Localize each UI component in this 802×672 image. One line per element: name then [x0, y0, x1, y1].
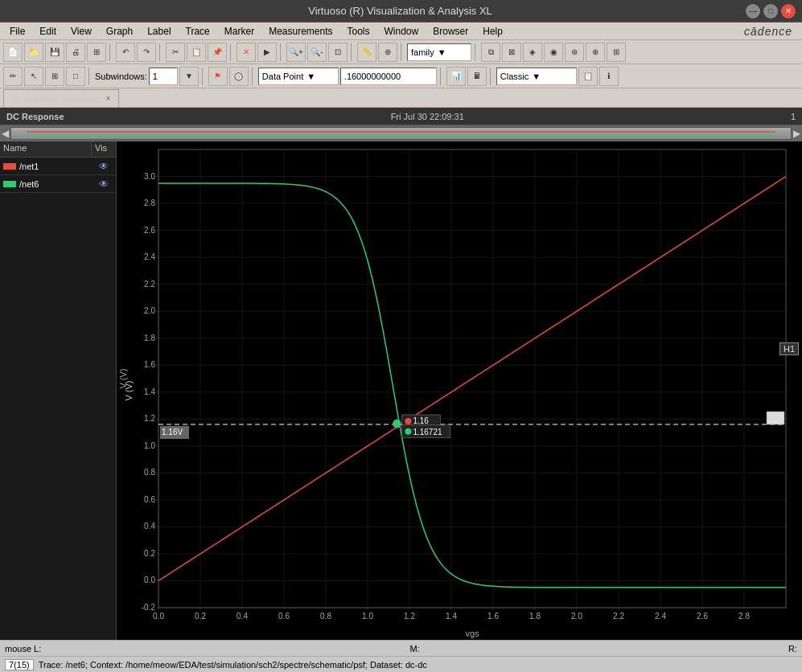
- status-bar-bottom: 7(15) Trace: /net6; Context: /home/meow/…: [0, 656, 802, 672]
- tb-extra4-btn[interactable]: ◉: [544, 43, 563, 62]
- tb-redo-btn[interactable]: ↷: [137, 43, 156, 62]
- nav-line-green: [27, 135, 775, 137]
- tb2-barchart-btn[interactable]: 📊: [446, 67, 466, 86]
- tb-undo-btn[interactable]: ↶: [116, 43, 135, 62]
- legend-eye-net6[interactable]: 👁: [92, 178, 116, 190]
- family-dropdown[interactable]: family ▼: [407, 43, 471, 61]
- classic-arrow: ▼: [532, 72, 541, 81]
- tb-zoom-fit-btn[interactable]: ⊡: [328, 43, 348, 62]
- menu-view[interactable]: View: [64, 24, 98, 39]
- classic-dropdown[interactable]: Classic ▼: [496, 68, 577, 85]
- panel-num: 1: [791, 112, 796, 121]
- tb2-circle-btn[interactable]: ◯: [229, 67, 249, 86]
- menu-label[interactable]: Label: [141, 24, 177, 39]
- tb2-info-btn[interactable]: ℹ: [599, 67, 619, 86]
- menu-tools[interactable]: Tools: [341, 24, 376, 39]
- menu-trace[interactable]: Trace: [179, 24, 216, 39]
- tb-open-btn[interactable]: 📁: [24, 43, 43, 62]
- datapoint-dropdown[interactable]: Data Point ▼: [258, 68, 339, 85]
- menu-help[interactable]: Help: [476, 24, 509, 39]
- tb2-calc-btn[interactable]: 🖩: [467, 67, 487, 86]
- panel-datetime: Fri Jul 30 22:09:31: [391, 112, 464, 121]
- tb-table-btn[interactable]: ⊞: [607, 43, 626, 62]
- mouse-left-label: mouse L:: [5, 644, 41, 654]
- chart-area[interactable]: V (V) H1 1.16 1.16721: [117, 141, 802, 640]
- tb-run-btn[interactable]: ▶: [257, 43, 277, 62]
- tb2-expand-btn[interactable]: ⊞: [45, 67, 64, 86]
- status-num-badge: 7(15): [5, 659, 34, 670]
- tab-close-btn[interactable]: ×: [106, 94, 111, 103]
- tb-extra5-btn[interactable]: ⊛: [565, 43, 584, 62]
- toolbar-1: 📄 📁 💾 🖨 ⊞ ↶ ↷ ✂ 📋 📌 ✕ ▶ 🔍+ 🔍- ⊡ 📏 ⊕ fami…: [0, 40, 802, 64]
- tab-label: test sch2 schematic: [23, 94, 101, 104]
- nav-thumb: [11, 128, 791, 139]
- tb2-flag-btn[interactable]: ⚑: [208, 67, 228, 86]
- tb2-copy2-btn[interactable]: 📋: [578, 67, 598, 86]
- sep8: [88, 68, 92, 85]
- title-controls: — □ ✕: [746, 4, 796, 18]
- status-bar-top: mouse L: M: R:: [0, 640, 802, 656]
- sep3: [230, 43, 233, 61]
- tb-cursor-btn[interactable]: ⊕: [378, 43, 397, 62]
- legend-name-net6: /net6: [19, 179, 92, 189]
- minimize-button[interactable]: —: [746, 4, 760, 18]
- classic-label: Classic: [500, 72, 528, 81]
- menu-marker[interactable]: Marker: [218, 24, 261, 39]
- tb-copy-btn[interactable]: 📋: [187, 43, 206, 62]
- subwindows-label: Subwindows:: [95, 72, 147, 81]
- tb2-cursor2-btn[interactable]: ↖: [24, 67, 43, 86]
- navigator: ◀ ▶: [0, 125, 802, 141]
- legend-col-vis-header: Vis: [92, 141, 116, 157]
- datapoint-label: Data Point: [262, 72, 303, 81]
- tab-schematic[interactable]: ⊡ test sch2 schematic ×: [3, 89, 119, 107]
- tb-paste-btn[interactable]: 📌: [208, 43, 227, 62]
- menu-measurements[interactable]: Measurements: [262, 24, 339, 39]
- tb-measure-btn[interactable]: 📏: [357, 43, 376, 62]
- value-input[interactable]: [340, 68, 437, 85]
- tb2-shrink-btn[interactable]: □: [66, 67, 85, 86]
- title-bar: Virtuoso (R) Visualization & Analysis XL…: [0, 0, 802, 23]
- close-button[interactable]: ✕: [781, 4, 796, 18]
- tb-grid-btn[interactable]: ⊞: [87, 43, 106, 62]
- tb-extra1-btn[interactable]: ⧉: [481, 43, 500, 62]
- tb-extra6-btn[interactable]: ⊕: [586, 43, 605, 62]
- sep11: [440, 68, 443, 85]
- sep10: [252, 68, 255, 85]
- legend-color-net1: [3, 163, 16, 170]
- tb-cut-btn[interactable]: ✂: [166, 43, 185, 62]
- family-label: family: [411, 47, 434, 57]
- legend-eye-net1[interactable]: 👁: [92, 161, 116, 172]
- tb-extra2-btn[interactable]: ⊠: [502, 43, 521, 62]
- nav-track[interactable]: [10, 127, 792, 140]
- sep9: [202, 68, 205, 85]
- mouse-right-label: R:: [788, 644, 797, 654]
- maximize-button[interactable]: □: [763, 4, 778, 18]
- chart-canvas: [117, 141, 802, 640]
- y-axis-label: V (V): [124, 380, 134, 400]
- menu-edit[interactable]: Edit: [33, 24, 63, 39]
- menu-file[interactable]: File: [3, 24, 31, 39]
- tb2-sw-arrow-btn[interactable]: ▼: [179, 67, 199, 86]
- tb-zoom-out-btn[interactable]: 🔍-: [307, 43, 327, 62]
- nav-arrow-right[interactable]: ▶: [793, 128, 800, 139]
- content-area: Name Vis /net1 👁 /net6 👁 V (V) H1: [0, 141, 802, 640]
- subwindows-input[interactable]: [149, 68, 178, 85]
- sep4: [280, 43, 283, 61]
- tb-print-btn[interactable]: 🖨: [66, 43, 85, 62]
- menu-browser[interactable]: Browser: [426, 24, 475, 39]
- nav-arrow-left[interactable]: ◀: [2, 128, 9, 139]
- tb-extra3-btn[interactable]: ◈: [523, 43, 542, 62]
- family-dropdown-arrow: ▼: [438, 47, 446, 57]
- tb-new-btn[interactable]: 📄: [3, 43, 23, 62]
- cadence-logo: cādence: [744, 25, 799, 38]
- tb-stop-btn[interactable]: ✕: [236, 43, 256, 62]
- legend-name-net1: /net1: [19, 162, 92, 171]
- tb-save-btn[interactable]: 💾: [45, 43, 64, 62]
- main-area: DC Response Fri Jul 30 22:09:31 1 ◀ ▶ Na…: [0, 108, 802, 640]
- menu-graph[interactable]: Graph: [100, 24, 139, 39]
- tb2-pencil-btn[interactable]: ✏: [3, 67, 23, 86]
- tb-zoom-in-btn[interactable]: 🔍+: [286, 43, 306, 62]
- menu-window[interactable]: Window: [378, 24, 426, 39]
- legend-panel: Name Vis /net1 👁 /net6 👁: [0, 141, 117, 640]
- toolbar-2: ✏ ↖ ⊞ □ Subwindows: ▼ ⚑ ◯ Data Point ▼ 📊…: [0, 64, 802, 88]
